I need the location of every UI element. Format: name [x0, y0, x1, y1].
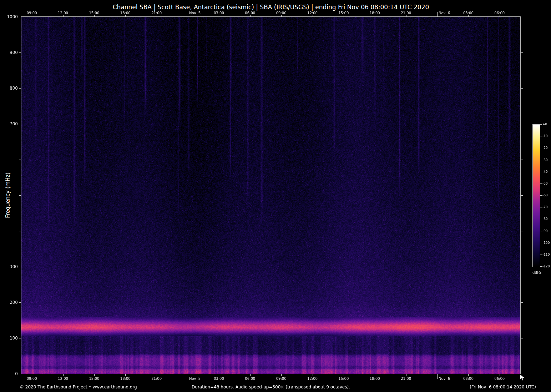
- x-tick-label: 21:00: [401, 11, 411, 15]
- x-tick-label: Nov 5: [189, 377, 201, 381]
- colorbar: [532, 124, 540, 267]
- plot-area: [21, 16, 521, 374]
- x-tick-label: 03:00: [214, 11, 224, 15]
- y-tick-label: 200: [1, 300, 18, 305]
- y-tick: [521, 338, 523, 338]
- frequency-axis-label: Frequency (mHz): [5, 172, 11, 218]
- x-tick: [94, 374, 95, 376]
- y-tick: [521, 302, 523, 303]
- y-tick-label: 0: [1, 371, 18, 376]
- x-tick-label: 15:00: [338, 377, 349, 381]
- colorbar-tick: [540, 124, 542, 125]
- x-tick: [406, 374, 406, 376]
- y-tick: [521, 160, 523, 160]
- x-tick: [500, 374, 500, 376]
- x-tick-label: 18:00: [120, 377, 131, 381]
- y-tick-label: 700: [1, 121, 18, 126]
- colorbar-tick-label: -10: [542, 134, 548, 138]
- x-tick-label: 09:00: [27, 377, 37, 381]
- x-tick-label: 18:00: [120, 11, 131, 15]
- colorbar-tick-label: -80: [542, 217, 548, 221]
- y-tick-label: 1000: [1, 14, 18, 19]
- x-tick-label: 06:00: [494, 11, 505, 15]
- colorbar-tick: [540, 255, 542, 255]
- x-tick: [250, 374, 251, 376]
- x-tick-label: 12:00: [58, 11, 68, 15]
- x-tick-label: 06:00: [245, 11, 255, 15]
- colorbar-tick-label: -40: [542, 170, 548, 174]
- x-tick-label: 09:00: [276, 377, 287, 381]
- x-tick-label: 09:00: [276, 11, 287, 15]
- y-tick: [521, 231, 523, 231]
- x-tick-label: 21:00: [151, 11, 162, 15]
- y-tick-label: 900: [1, 50, 18, 55]
- x-tick-label: 06:00: [245, 377, 255, 381]
- x-tick-label: 03:00: [463, 377, 474, 381]
- colorbar-tick: [540, 184, 542, 184]
- x-tick: [32, 374, 32, 376]
- x-tick: [375, 374, 375, 376]
- colorbar-tick: [540, 207, 542, 207]
- colorbar-tick: [540, 231, 542, 231]
- x-tick: [468, 374, 469, 376]
- x-tick-label: 03:00: [214, 377, 224, 381]
- x-tick: [188, 374, 188, 379]
- spectrogram-canvas: [21, 17, 520, 374]
- colorbar-tick: [540, 136, 542, 136]
- colorbar-tick-label: -20: [542, 146, 548, 150]
- colorbar-tick: [540, 266, 542, 267]
- page: Channel SBA | Scott Base, Antarctica (se…: [0, 0, 551, 392]
- x-tick-label: Nov 5: [189, 11, 201, 15]
- colorbar-tick: [540, 243, 542, 243]
- colorbar-tick-label: -90: [542, 229, 548, 233]
- x-tick-label: 09:00: [27, 11, 37, 15]
- y-tick: [521, 17, 523, 17]
- y-tick: [521, 195, 523, 196]
- colorbar-tick: [540, 195, 542, 196]
- x-tick: [344, 374, 344, 376]
- x-tick-label: 06:00: [494, 377, 505, 381]
- x-tick-label: 18:00: [370, 377, 380, 381]
- x-tick-label: 15:00: [89, 11, 99, 15]
- colorbar-tick-label: -30: [542, 158, 548, 162]
- mouse-cursor-icon: [520, 374, 525, 381]
- x-tick-label: 12:00: [307, 11, 318, 15]
- colorbar-tick: [540, 160, 542, 160]
- x-tick: [63, 374, 64, 376]
- x-tick: [313, 374, 313, 376]
- x-tick-label: 15:00: [89, 377, 99, 381]
- x-tick: [157, 374, 157, 376]
- colorbar-gradient: [533, 125, 540, 267]
- x-tick: [281, 374, 282, 376]
- colorbar-tick-label: -120: [542, 265, 550, 268]
- footer-timestamp: (Fri Nov 6 08:00:14 2020 UTC): [470, 385, 536, 390]
- y-tick: [521, 124, 523, 124]
- x-tick-label: 15:00: [338, 11, 349, 15]
- x-tick-label: 12:00: [307, 377, 318, 381]
- x-tick-label: 21:00: [151, 377, 162, 381]
- colorbar-tick-label: -60: [542, 194, 548, 197]
- y-tick-label: 300: [1, 264, 18, 269]
- y-tick-label: 800: [1, 86, 18, 91]
- colorbar-tick: [540, 148, 542, 148]
- y-tick: [521, 88, 523, 89]
- y-tick-label: 100: [1, 336, 18, 341]
- footer-duration: Duration=48 hours. Audio speed-up=500× (…: [21, 385, 520, 390]
- colorbar-tick-label: -70: [542, 205, 548, 209]
- colorbar-tick-label: -50: [542, 182, 548, 185]
- colorbar-tick: [540, 172, 542, 172]
- chart-title: Channel SBA | Scott Base, Antarctica (se…: [21, 4, 520, 11]
- x-tick: [437, 374, 438, 379]
- colorbar-tick: [540, 219, 542, 219]
- colorbar-tick-label: -100: [542, 241, 550, 245]
- y-tick: [521, 267, 523, 267]
- x-tick-label: Nov 6: [439, 11, 450, 15]
- x-tick: [125, 374, 126, 376]
- y-tick: [521, 52, 523, 53]
- colorbar-unit-label: dBFS: [532, 271, 547, 275]
- x-tick-label: Nov 6: [439, 377, 450, 381]
- x-tick-label: 21:00: [401, 377, 411, 381]
- colorbar-tick-label: +0: [542, 122, 547, 126]
- x-tick-label: 03:00: [463, 11, 474, 15]
- colorbar-tick-label: -110: [542, 253, 550, 256]
